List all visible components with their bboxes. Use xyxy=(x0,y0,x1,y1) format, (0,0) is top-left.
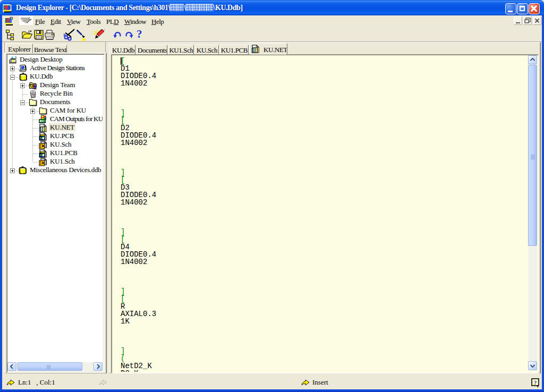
svg-text:?: ? xyxy=(534,379,537,386)
